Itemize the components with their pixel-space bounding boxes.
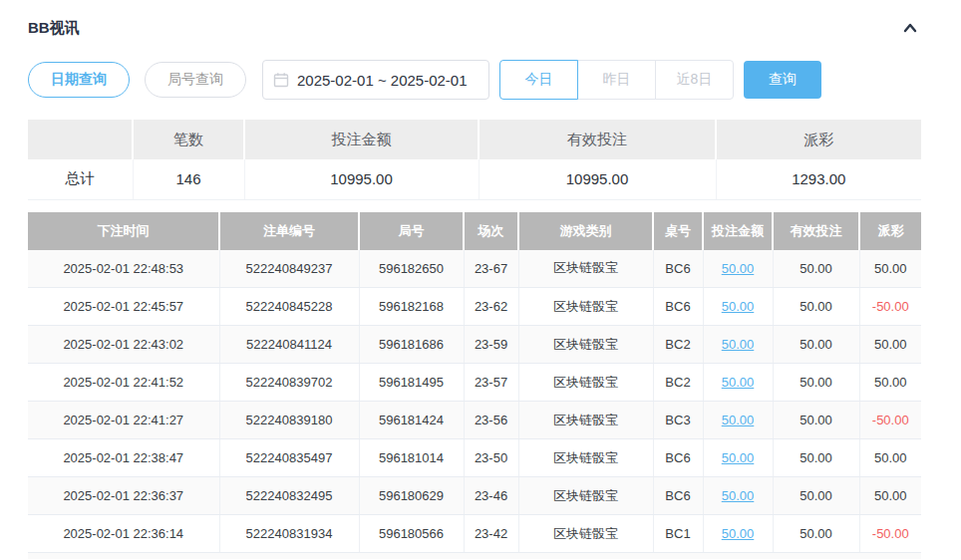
cell-session: 23-56 — [464, 402, 518, 439]
cell-bet-amount: 50.00 — [703, 364, 773, 402]
cell-round-no: 596182650 — [359, 250, 464, 288]
cell-bet-time: 2025-02-01 22:41:52 — [28, 364, 219, 402]
bet-amount-link[interactable]: 50.00 — [722, 337, 755, 352]
cell-game-type: 区块链骰宝 — [518, 326, 653, 364]
summary-header-row: 笔数 投注金额 有效投注 派彩 — [28, 120, 921, 159]
date-range-input[interactable]: 2025-02-01 ~ 2025-02-01 — [262, 60, 489, 100]
cell-round-no: 596181424 — [359, 402, 464, 439]
cell-payout: 50.00 — [859, 477, 921, 515]
cell-bet-amount: 50.00 — [703, 477, 773, 515]
cell-bet-amount: 50.00 — [703, 439, 773, 477]
quick-range-today[interactable]: 今日 — [499, 60, 578, 100]
column-header-valid-bet: 有效投注 — [773, 212, 859, 250]
cell-bet-time: 2025-02-01 22:41:27 — [28, 402, 219, 439]
bet-amount-link[interactable]: 50.00 — [722, 299, 755, 314]
cell-order-no: 522240849237 — [219, 250, 359, 288]
cell-bet-amount: 50.00 — [703, 250, 773, 288]
cell-round-no: 596180566 — [359, 515, 464, 553]
cell-payout: 50.00 — [859, 326, 921, 364]
cell-payout: 50.00 — [859, 439, 921, 477]
tab-date-query[interactable]: 日期查询 — [28, 62, 130, 98]
summary-col-bet-count: 笔数 — [133, 120, 244, 159]
cell-order-no: 522240832495 — [219, 477, 359, 515]
summary-col-valid-bet: 有效投注 — [479, 120, 716, 159]
column-header-order-no: 注单编号 — [219, 212, 359, 250]
cell-round-no: 596180629 — [359, 477, 464, 515]
cell-session: 23-46 — [464, 477, 518, 515]
cell-game-type: 区块链骰宝 — [518, 288, 653, 326]
record-header-row: 下注时间注单编号局号场次游戏类别桌号投注金额有效投注派彩 — [28, 212, 921, 250]
quick-range-last8days[interactable]: 近8日 — [655, 60, 734, 100]
summary-table: 笔数 投注金额 有效投注 派彩 总计 146 10995.00 10995.00… — [28, 120, 921, 200]
table-row: 2025-02-01 22:48:53522240849237596182650… — [28, 250, 921, 288]
cell-table-no: BC6 — [653, 477, 703, 515]
quick-range-group: 今日 昨日 近8日 — [499, 60, 734, 100]
column-header-round-no: 局号 — [359, 212, 464, 250]
cell-table-no: BC1 — [653, 515, 703, 553]
cell-bet-amount: 50.00 — [703, 402, 773, 439]
cell-table-no: BC6 — [653, 288, 703, 326]
column-header-bet-time: 下注时间 — [28, 212, 219, 250]
column-header-bet-amount: 投注金额 — [703, 212, 773, 250]
cell-payout: -50.00 — [859, 402, 921, 439]
cell-round-no: 596181495 — [359, 364, 464, 402]
bet-amount-link[interactable]: 50.00 — [722, 450, 755, 465]
cell-round-no: 596181686 — [359, 326, 464, 364]
cell-table-no: BC6 — [653, 250, 703, 288]
cell-session: 23-62 — [464, 288, 518, 326]
table-row: 2025-02-01 22:41:52522240839702596181495… — [28, 364, 921, 402]
cell-valid-bet: 50.00 — [773, 326, 859, 364]
cell-table-no: BC3 — [653, 402, 703, 439]
cell-table-no: BC6 — [653, 439, 703, 477]
table-row: 2025-02-01 22:38:47522240835497596181014… — [28, 439, 921, 477]
summary-bet-amount: 10995.00 — [244, 159, 479, 199]
cell-bet-time: 2025-02-01 22:36:14 — [28, 515, 219, 553]
bet-amount-link[interactable]: 50.00 — [722, 413, 755, 427]
chevron-up-icon[interactable] — [899, 17, 921, 39]
summary-bet-count: 146 — [133, 159, 244, 199]
bet-amount-link[interactable]: 50.00 — [722, 261, 755, 276]
table-row: 2025-02-01 22:36:14522240831934596180566… — [28, 515, 921, 553]
cell-session: 23-42 — [464, 515, 518, 553]
quick-range-yesterday[interactable]: 昨日 — [577, 60, 656, 100]
bet-amount-link[interactable]: 50.00 — [722, 488, 755, 503]
cell-session: 23-57 — [464, 364, 518, 402]
summary-col-blank — [28, 120, 133, 159]
cell-valid-bet: 50.00 — [773, 439, 859, 477]
cell-game-type: 区块链骰宝 — [518, 402, 653, 439]
column-header-payout: 派彩 — [859, 212, 921, 250]
bet-amount-link[interactable]: 50.00 — [722, 375, 755, 390]
cell-order-no: 522240831934 — [219, 515, 359, 553]
cell-valid-bet: 50.00 — [773, 515, 859, 553]
cell-session: 23-67 — [464, 250, 518, 288]
cell-order-no: 522240839702 — [219, 364, 359, 402]
table-row: 2025-02-01 22:45:57522240845228596182168… — [28, 288, 921, 326]
bet-record-panel: BB视讯 日期查询 局号查询 2025-02-01 ~ 2025-02-01 今… — [0, 0, 961, 560]
summary-total-label: 总计 — [28, 159, 133, 199]
date-range-value: 2025-02-01 ~ 2025-02-01 — [297, 72, 468, 89]
bet-amount-link[interactable]: 50.00 — [722, 526, 755, 541]
cell-bet-time: 2025-02-01 22:43:02 — [28, 326, 219, 364]
cell-round-no: 596181014 — [359, 439, 464, 477]
cell-bet-time: 2025-02-01 22:38:47 — [28, 439, 219, 477]
cell-game-type: 区块链骰宝 — [518, 439, 653, 477]
column-header-session: 场次 — [464, 212, 518, 250]
cell-game-type: 区块链骰宝 — [518, 250, 653, 288]
cell-valid-bet: 50.00 — [773, 250, 859, 288]
cell-session: 23-50 — [464, 439, 518, 477]
cell-order-no: 522240835497 — [219, 439, 359, 477]
column-header-game-type: 游戏类别 — [518, 212, 653, 250]
tab-round-query[interactable]: 局号查询 — [145, 62, 246, 98]
cell-valid-bet: 50.00 — [773, 402, 859, 439]
cell-valid-bet: 50.00 — [773, 288, 859, 326]
cell-payout: 50.00 — [859, 250, 921, 288]
table-row: 2025-02-01 22:36:37522240832495596180629… — [28, 477, 921, 515]
cell-table-no: BC2 — [653, 364, 703, 402]
cell-order-no: 522240845228 — [219, 288, 359, 326]
cell-bet-amount: 50.00 — [703, 515, 773, 553]
cell-game-type: 区块链骰宝 — [518, 364, 653, 402]
search-button[interactable]: 查询 — [744, 61, 821, 99]
cell-table-no: BC2 — [653, 326, 703, 364]
table-row: 2025-02-01 22:43:02522240841124596181686… — [28, 326, 921, 364]
cell-order-no: 522240841124 — [219, 326, 359, 364]
